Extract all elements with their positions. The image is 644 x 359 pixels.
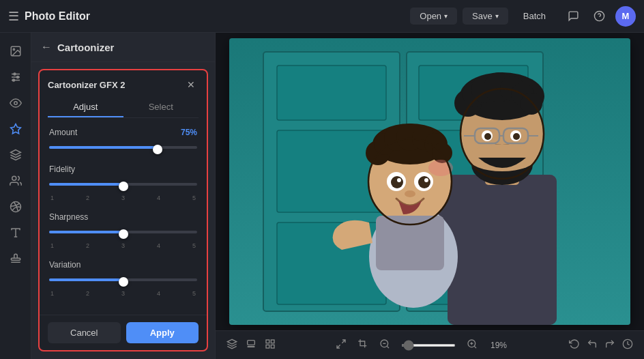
svg-rect-34 (448, 175, 557, 325)
amount-slider-group: Amount 75% (49, 128, 197, 154)
svg-point-6 (14, 73, 16, 75)
svg-line-84 (342, 340, 345, 343)
svg-point-52 (484, 133, 491, 140)
bottombar-center: 19% (336, 339, 509, 351)
svg-point-70 (397, 178, 401, 182)
sliders-area: Amount 75% Fidelity (40, 124, 207, 315)
zoom-out-icon[interactable] (379, 339, 390, 351)
tab-adjust[interactable]: Adjust (48, 98, 123, 117)
topbar-right: M (564, 6, 636, 27)
svg-rect-78 (248, 341, 255, 345)
open-button[interactable]: Open ▾ (410, 8, 457, 25)
sharpness-slider[interactable] (49, 233, 197, 235)
tab-select[interactable]: Select (123, 98, 199, 117)
sidebar-icon-people[interactable] (4, 169, 27, 192)
svg-line-85 (337, 345, 340, 348)
amount-value: 75% (181, 128, 197, 137)
svg-point-69 (418, 176, 430, 188)
svg-line-90 (474, 346, 476, 348)
svg-point-68 (391, 176, 403, 188)
topbar-center: Open ▾ Save ▾ Batch (410, 8, 555, 25)
svg-line-87 (387, 346, 389, 348)
batch-button[interactable]: Batch (514, 8, 555, 25)
amount-label: Amount (49, 128, 77, 137)
svg-rect-82 (271, 345, 274, 348)
dialog-tabs: Adjust Select (48, 98, 199, 118)
zoom-in-icon[interactable] (467, 339, 478, 351)
close-button[interactable]: ✕ (184, 77, 199, 92)
sharpness-label: Sharpness (49, 212, 88, 222)
back-button[interactable]: ← (41, 41, 52, 53)
cancel-button[interactable]: Cancel (48, 322, 121, 343)
redo-icon[interactable] (604, 339, 615, 351)
grid-icon[interactable] (265, 339, 276, 351)
save-button[interactable]: Save ▾ (463, 8, 508, 25)
main-content: ← Cartoonizer Cartoonizer GFX 2 ✕ Adjust… (0, 33, 644, 359)
cartoonizer-dialog: Cartoonizer GFX 2 ✕ Adjust Select Amount… (38, 69, 208, 351)
svg-point-71 (424, 178, 428, 182)
svg-rect-80 (266, 340, 269, 343)
crop-icon[interactable] (357, 339, 368, 351)
fidelity-slider-group: Fidelity 1 2 3 4 5 (49, 164, 197, 201)
panel: ← Cartoonizer Cartoonizer GFX 2 ✕ Adjust… (31, 33, 216, 359)
sidebar-icon-image[interactable] (4, 40, 27, 63)
svg-rect-83 (266, 345, 269, 348)
dialog-footer: Cancel Apply (40, 315, 207, 350)
avatar[interactable]: M (615, 6, 636, 27)
fidelity-label: Fidelity (49, 164, 75, 174)
svg-point-9 (14, 102, 17, 105)
fidelity-slider[interactable] (49, 185, 197, 188)
icon-sidebar (0, 33, 31, 359)
photo-frame (229, 38, 630, 325)
amount-slider-wrapper (49, 141, 197, 154)
sharpness-slider-group: Sharpness 1 2 3 4 5 (49, 212, 197, 249)
zoom-value: 19% (488, 341, 509, 350)
dialog-header: Cartoonizer GFX 2 ✕ (40, 70, 207, 98)
undo-icon[interactable] (587, 339, 598, 351)
fidelity-slider-wrapper (49, 178, 197, 190)
panel-title: Cartoonizer (57, 42, 114, 53)
sidebar-icon-effects[interactable] (4, 117, 27, 141)
fit-screen-icon[interactable] (336, 339, 347, 351)
svg-point-2 (13, 48, 14, 50)
sidebar-icon-text[interactable] (4, 221, 27, 244)
app-title: Photo Editor (25, 10, 90, 23)
bottombar-left (226, 339, 276, 351)
comment-button[interactable] (564, 7, 583, 26)
fidelity-ticks: 1 2 3 4 5 (49, 195, 197, 201)
help-button[interactable] (589, 7, 609, 26)
topbar-left: ☰ Photo Editor (8, 9, 402, 24)
layers-icon[interactable] (226, 339, 237, 351)
topbar: ☰ Photo Editor Open ▾ Save ▾ Batch M (0, 0, 644, 33)
photo-svg (229, 38, 630, 325)
sidebar-icon-eye[interactable] (4, 91, 27, 115)
svg-point-7 (16, 76, 18, 78)
sharpness-ticks: 1 2 3 4 5 (49, 242, 197, 249)
sidebar-icon-stamp[interactable] (4, 247, 27, 270)
svg-marker-10 (10, 150, 20, 156)
svg-rect-27 (277, 66, 386, 120)
canvas-main (216, 33, 644, 330)
sidebar-icon-adjust[interactable] (4, 66, 27, 89)
variation-label: Variation (49, 260, 80, 270)
menu-icon[interactable]: ☰ (8, 9, 19, 24)
panel-header: ← Cartoonizer (31, 33, 215, 62)
history-icon[interactable] (622, 339, 633, 351)
variation-slider[interactable] (49, 281, 197, 283)
amount-slider[interactable] (49, 148, 197, 151)
dialog-title: Cartoonizer GFX 2 (48, 80, 125, 90)
bottombar-right (569, 339, 633, 351)
sidebar-icon-art[interactable] (4, 195, 27, 218)
sidebar-icon-layers[interactable] (4, 143, 27, 167)
bottombar: 19% (216, 330, 644, 359)
stamp-icon[interactable] (246, 339, 257, 351)
zoom-slider[interactable] (401, 344, 456, 347)
reset-icon[interactable] (569, 339, 580, 351)
variation-slider-wrapper (49, 274, 197, 286)
svg-point-8 (12, 79, 14, 81)
svg-point-11 (12, 176, 16, 180)
svg-point-53 (513, 133, 520, 140)
sharpness-slider-wrapper (49, 226, 197, 238)
svg-marker-77 (227, 339, 236, 344)
apply-button[interactable]: Apply (126, 322, 199, 343)
